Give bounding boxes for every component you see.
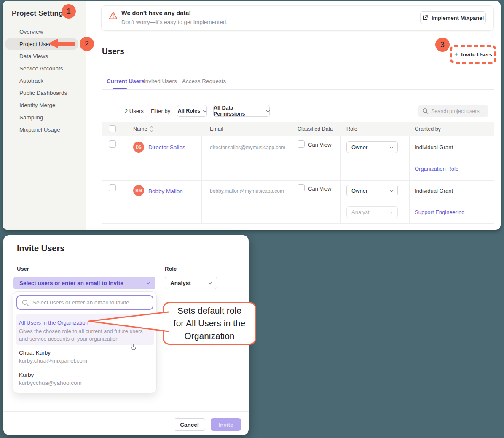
project-users-search — [418, 105, 488, 117]
role-value: Analyst — [351, 209, 370, 215]
sidebar-item-autotrack[interactable]: Autotrack — [19, 78, 43, 84]
select-all-checkbox[interactable] — [109, 125, 116, 132]
sidebar-item-data-views[interactable]: Data Views — [19, 53, 48, 59]
chevron-down-icon — [390, 145, 393, 148]
banner-subtitle: Don't worry—it's easy to get implemented… — [121, 19, 228, 25]
can-view-label: Can View — [308, 185, 331, 192]
invite-button[interactable]: Invite — [211, 418, 241, 431]
column-header-granted-by: Granted by — [415, 126, 441, 132]
annotation-arrow-body — [57, 42, 75, 46]
row-checkbox[interactable] — [109, 184, 116, 191]
annotation-callout: Sets default role for All Users in the O… — [163, 302, 256, 345]
avatar: DS — [133, 142, 144, 153]
user-name-link[interactable]: Bobby Mallon — [148, 188, 183, 194]
search-input[interactable] — [431, 105, 486, 117]
callout-line: Sets default role — [177, 304, 241, 317]
annotation-badge-2: 2 — [80, 37, 94, 51]
cell-divider — [409, 159, 494, 159]
roles-filter-label: All Roles — [178, 108, 201, 114]
tab-current-users[interactable]: Current Users — [107, 78, 145, 84]
option-user-name[interactable]: Chua, Kurby — [19, 349, 51, 356]
cell-divider — [340, 202, 494, 202]
sort-icon[interactable] — [150, 126, 153, 132]
option-user-name[interactable]: Kurby — [19, 372, 34, 378]
column-header-name[interactable]: Name — [133, 126, 147, 132]
role-select-dropdown[interactable]: Analyst — [165, 277, 217, 289]
row-divider — [102, 180, 494, 181]
page-title: Users — [102, 47, 124, 56]
column-header-email: Email — [210, 126, 223, 132]
column-divider — [291, 136, 291, 223]
filter-by-label: Filter by — [151, 108, 170, 114]
user-email: director.salles@mymusicapp.com — [210, 145, 285, 150]
tab-access-requests[interactable]: Access Requests — [182, 78, 226, 84]
invite-users-button[interactable]: + Invite Users — [454, 51, 492, 58]
user-search-input[interactable] — [32, 296, 150, 309]
cancel-button[interactable]: Cancel — [174, 418, 205, 431]
organization-role-link[interactable]: Organization Role — [415, 166, 458, 172]
table-bottom-border — [102, 223, 494, 224]
support-engineering-link[interactable]: Support Engineering — [415, 209, 465, 215]
sidebar-item-public-dashboards[interactable]: Public Dashboards — [19, 90, 67, 96]
banner-title: We don't have any data! — [121, 10, 191, 16]
implement-mixpanel-button[interactable]: Implement Mixpanel — [420, 11, 486, 24]
row-checkbox[interactable] — [109, 140, 116, 148]
chevron-down-icon — [390, 188, 393, 191]
user-select-dropdown[interactable]: Select users or enter an email to invite — [13, 277, 155, 289]
option-user-email: kurby.chua@mixpanel.com — [19, 357, 87, 364]
avatar: BM — [133, 185, 144, 196]
tab-invited-users[interactable]: Invited Users — [144, 78, 177, 84]
role-value: Owner — [351, 144, 367, 150]
invite-users-label: Invite Users — [461, 51, 492, 58]
user-name-link[interactable]: Director Salles — [148, 144, 185, 150]
granted-by-value: Individual Grant — [415, 188, 453, 194]
sidebar-item-service-accounts[interactable]: Service Accounts — [19, 65, 63, 72]
chevron-down-icon — [203, 108, 206, 112]
no-data-banner: We don't have any data! Don't worry—it's… — [101, 5, 494, 31]
user-field-label: User — [17, 266, 29, 272]
chevron-down-icon — [390, 210, 393, 213]
hand-cursor-icon — [129, 343, 137, 351]
annotation-dashed-outline: + Invite Users — [450, 45, 496, 64]
role-field-label: Role — [165, 266, 177, 272]
warning-icon — [108, 11, 118, 20]
role-dropdown-disabled: Analyst — [346, 206, 398, 218]
user-email: bobby.mallon@mymusicapp.com — [210, 188, 284, 194]
chevron-down-icon — [209, 280, 212, 284]
annotation-badge-1: 1 — [62, 4, 76, 19]
sidebar-title: Project Settings — [12, 9, 67, 18]
chevron-down-icon — [147, 280, 150, 284]
can-view-checkbox[interactable] — [298, 140, 305, 148]
option-all-users-title[interactable]: All Users in the Organization — [19, 320, 88, 326]
search-icon — [422, 108, 429, 114]
search-icon — [22, 299, 29, 306]
sidebar-item-overview[interactable]: Overview — [19, 29, 43, 35]
implement-mixpanel-label: Implement Mixpanel — [432, 15, 484, 21]
role-value: Owner — [351, 188, 367, 194]
plus-icon: + — [454, 51, 458, 58]
role-select-value: Analyst — [170, 280, 191, 286]
column-divider — [201, 136, 202, 223]
sidebar — [3, 1, 86, 230]
can-view-checkbox[interactable] — [298, 184, 305, 191]
permissions-filter-dropdown[interactable]: All Data Permissions — [213, 105, 270, 117]
granted-by-value: Individual Grant — [415, 144, 453, 150]
sidebar-item-sampling[interactable]: Sampling — [19, 114, 43, 121]
annotation-badge-3: 3 — [435, 38, 450, 52]
column-header-role: Role — [346, 126, 357, 132]
permissions-filter-label: All Data Permissions — [214, 105, 263, 117]
user-select-value: Select users or enter an email to invite — [19, 280, 123, 286]
can-view-label: Can View — [308, 142, 331, 148]
external-link-icon — [422, 15, 428, 21]
role-dropdown[interactable]: Owner — [346, 141, 398, 153]
roles-filter-dropdown[interactable]: All Roles — [177, 105, 207, 117]
role-dropdown[interactable]: Owner — [346, 185, 398, 196]
sidebar-item-identity-merge[interactable]: Identity Merge — [19, 102, 56, 108]
sidebar-item-mixpanel-usage[interactable]: Mixpanel Usage — [19, 126, 60, 133]
user-search-field — [16, 295, 153, 310]
dialog-footer-divider — [3, 411, 249, 412]
column-divider — [409, 136, 410, 223]
callout-line: for All Users in the — [174, 317, 245, 330]
option-user-email: kurbycchua@yahoo.com — [19, 380, 82, 386]
chevron-down-icon — [266, 108, 270, 112]
